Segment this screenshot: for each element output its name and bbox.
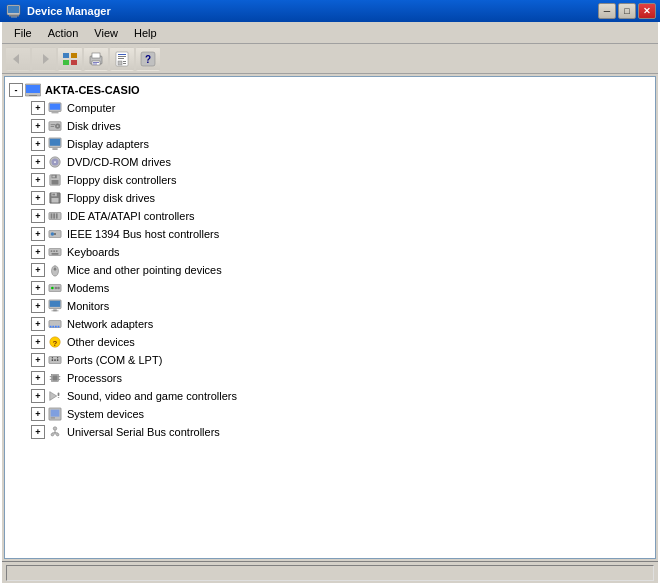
expand-button-8[interactable]: + [31, 245, 45, 259]
close-button[interactable]: ✕ [638, 3, 656, 19]
tree-item[interactable]: + DVD/CD-ROM drives [5, 153, 655, 171]
tree-item[interactable]: + Monitors [5, 297, 655, 315]
tree-root[interactable]: - AKTA-CES-CASIO [5, 81, 655, 99]
tree-item[interactable]: + Floppy disk controllers [5, 171, 655, 189]
device-label-18: Universal Serial Bus controllers [67, 426, 220, 438]
tree-item[interactable]: + Ports (COM & LPT) [5, 351, 655, 369]
svg-rect-75 [52, 326, 54, 328]
tree-item[interactable]: + Disk drives [5, 117, 655, 135]
svg-rect-93 [58, 393, 60, 397]
svg-marker-4 [13, 54, 19, 64]
svg-point-67 [55, 287, 58, 290]
device-icon-3 [47, 154, 63, 170]
svg-rect-21 [123, 63, 126, 64]
window-icon [6, 3, 22, 19]
svg-rect-91 [59, 379, 61, 380]
tree-item[interactable]: + Processors [5, 369, 655, 387]
expand-button-6[interactable]: + [31, 209, 45, 223]
print-button[interactable] [84, 47, 108, 71]
window-content: File Action View Help [0, 22, 660, 585]
svg-rect-16 [118, 54, 126, 55]
device-label-8: Keyboards [67, 246, 120, 258]
svg-rect-61 [52, 253, 59, 255]
tree-item[interactable]: + Sound, video and game controllers [5, 387, 655, 405]
device-icon-5 [47, 190, 63, 206]
title-bar-buttons: ─ □ ✕ [598, 3, 656, 19]
svg-rect-48 [52, 198, 59, 202]
toolbar: ? [2, 44, 658, 74]
tree-item[interactable]: + Display adapters [5, 135, 655, 153]
tree-item[interactable]: + System devices [5, 405, 655, 423]
device-icon-2 [47, 136, 63, 152]
expand-button-1[interactable]: + [31, 119, 45, 133]
svg-rect-76 [55, 326, 57, 328]
forward-button[interactable] [32, 47, 56, 71]
device-label-10: Modems [67, 282, 109, 294]
expand-button-14[interactable]: + [31, 353, 45, 367]
expand-button-13[interactable]: + [31, 335, 45, 349]
back-button[interactable] [6, 47, 30, 71]
view-button[interactable] [58, 47, 82, 71]
expand-button-2[interactable]: + [31, 137, 45, 151]
expand-button-12[interactable]: + [31, 317, 45, 331]
svg-rect-14 [93, 63, 97, 64]
svg-rect-18 [118, 58, 124, 59]
minimize-button[interactable]: ─ [598, 3, 616, 19]
svg-point-66 [51, 287, 54, 290]
expand-button-11[interactable]: + [31, 299, 45, 313]
expand-button-9[interactable]: + [31, 263, 45, 277]
svg-rect-74 [50, 326, 52, 328]
device-label-1: Disk drives [67, 120, 121, 132]
device-icon-6 [47, 208, 63, 224]
maximize-button[interactable]: □ [618, 3, 636, 19]
tree-item[interactable]: + Computer [5, 99, 655, 117]
svg-rect-20 [123, 61, 126, 62]
device-label-9: Mice and other pointing devices [67, 264, 222, 276]
tree-item[interactable]: + Mice and other pointing devices [5, 261, 655, 279]
expand-button-18[interactable]: + [31, 425, 45, 439]
tree-item[interactable]: + Keyboards [5, 243, 655, 261]
menu-item-file[interactable]: File [6, 25, 40, 41]
svg-rect-60 [56, 250, 58, 252]
expand-button-10[interactable]: + [31, 281, 45, 295]
tree-item[interactable]: + IDE ATA/ATAPI controllers [5, 207, 655, 225]
svg-point-84 [52, 357, 53, 358]
svg-rect-9 [71, 60, 77, 65]
tree-view[interactable]: - AKTA-CES-CASIO + Computer + Disk drive… [5, 77, 655, 558]
expand-button-7[interactable]: + [31, 227, 45, 241]
tree-item[interactable]: + Network adapters [5, 315, 655, 333]
tree-item[interactable]: + ? Other devices [5, 333, 655, 351]
svg-rect-26 [29, 95, 37, 96]
expand-button-4[interactable]: + [31, 173, 45, 187]
svg-point-64 [54, 268, 57, 271]
svg-rect-72 [52, 310, 59, 311]
svg-rect-94 [58, 397, 60, 398]
expand-button-3[interactable]: + [31, 155, 45, 169]
root-expand-button[interactable]: - [9, 83, 23, 97]
svg-rect-19 [118, 61, 122, 65]
svg-rect-43 [52, 176, 55, 178]
help-button[interactable]: ? [136, 47, 160, 71]
menu-bar: File Action View Help [2, 22, 658, 44]
expand-button-15[interactable]: + [31, 371, 45, 385]
tree-item[interactable]: + IEEE 1394 Bus host controllers [5, 225, 655, 243]
device-label-5: Floppy disk drives [67, 192, 155, 204]
tree-item[interactable]: + Modems [5, 279, 655, 297]
tree-item[interactable]: + Universal Serial Bus controllers [5, 423, 655, 441]
tree-item[interactable]: + Floppy disk drives [5, 189, 655, 207]
menu-item-view[interactable]: View [86, 25, 126, 41]
expand-button-17[interactable]: + [31, 407, 45, 421]
svg-rect-96 [51, 410, 60, 417]
svg-point-102 [56, 433, 59, 436]
svg-point-54 [51, 232, 55, 236]
svg-rect-50 [51, 213, 53, 218]
menu-item-action[interactable]: Action [40, 25, 87, 41]
status-bar [2, 561, 658, 583]
expand-button-0[interactable]: + [31, 101, 45, 115]
properties-button[interactable] [110, 47, 134, 71]
expand-button-16[interactable]: + [31, 389, 45, 403]
title-bar: Device Manager ─ □ ✕ [0, 0, 660, 22]
menu-item-help[interactable]: Help [126, 25, 165, 41]
svg-rect-37 [52, 148, 57, 149]
expand-button-5[interactable]: + [31, 191, 45, 205]
